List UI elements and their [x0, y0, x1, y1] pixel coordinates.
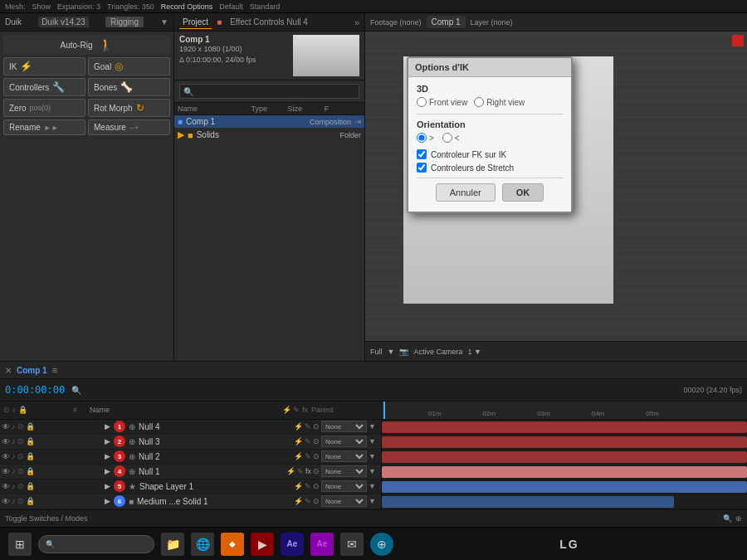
parent-select-4[interactable]: None: [321, 465, 367, 477]
cancel-button[interactable]: Annuler: [436, 183, 496, 202]
media-icon[interactable]: ▶: [251, 533, 274, 556]
eye-icon-2[interactable]: 👁: [2, 437, 10, 446]
fk-checkbox[interactable]: [417, 149, 427, 159]
layer-name-1[interactable]: Null 4: [139, 422, 292, 431]
lock-icon-6[interactable]: 🔒: [26, 497, 35, 505]
search-timeline-icon[interactable]: 🔍: [71, 386, 81, 395]
file-explorer-icon[interactable]: 📁: [161, 533, 184, 556]
right-view-label[interactable]: Right view: [474, 97, 525, 107]
audio-icon-6[interactable]: ♪: [12, 497, 16, 505]
taskbar-search[interactable]: 🔍: [38, 535, 154, 553]
parent-chevron-4[interactable]: ▼: [369, 467, 376, 475]
track-bar-5[interactable]: [382, 481, 747, 493]
parent-select-3[interactable]: None: [321, 450, 367, 462]
close-icon[interactable]: ✕: [5, 366, 12, 375]
footage-tab[interactable]: Footage (none): [370, 18, 422, 27]
menu-icon[interactable]: ≡: [52, 365, 57, 375]
orange-icon[interactable]: ◆: [221, 533, 244, 556]
layer-name-4[interactable]: Null 1: [139, 467, 285, 476]
record-label[interactable]: Record Options: [161, 2, 213, 11]
eye-icon-1[interactable]: 👁: [2, 422, 10, 431]
ori-left-label[interactable]: <: [442, 133, 460, 143]
bones-button[interactable]: Bones 🦴: [88, 78, 170, 96]
track-bar-1[interactable]: [382, 421, 747, 433]
eye-icon-5[interactable]: 👁: [2, 482, 10, 491]
solo-icon-1[interactable]: ⊙: [17, 422, 24, 431]
lock-icon-4[interactable]: 🔒: [26, 467, 35, 475]
track-bar-4[interactable]: [382, 466, 747, 478]
rot-morph-button[interactable]: Rot Morph ↻: [88, 99, 170, 117]
audio-icon-4[interactable]: ♪: [12, 467, 16, 475]
right-view-radio[interactable]: [474, 97, 484, 107]
ori-right-radio[interactable]: [417, 133, 427, 143]
track-bar-3[interactable]: [382, 451, 747, 463]
timeline-playhead[interactable]: [383, 402, 385, 419]
ori-left-radio[interactable]: [442, 133, 452, 143]
audio-icon-5[interactable]: ♪: [12, 482, 16, 490]
parent-select-2[interactable]: None: [321, 436, 367, 447]
layer-name-2[interactable]: Null 3: [139, 437, 292, 446]
parent-select-6[interactable]: None: [321, 495, 367, 507]
zoom-out-icon[interactable]: 🔍: [723, 514, 732, 523]
audio-icon-2[interactable]: ♪: [12, 437, 16, 446]
rot-morph-icon: ↻: [136, 102, 144, 114]
layer-tab[interactable]: Layer (none): [471, 18, 513, 27]
browser-icon[interactable]: 🌐: [191, 533, 214, 556]
eye-icon-4[interactable]: 👁: [2, 467, 10, 476]
lock-icon-1[interactable]: 🔒: [26, 422, 35, 431]
mail-icon[interactable]: ✉: [340, 533, 364, 556]
ae-icon[interactable]: Ae: [281, 533, 304, 556]
ik-button[interactable]: IK ⚡: [3, 57, 85, 75]
toggle-switches-label[interactable]: Toggle Switches / Modes: [5, 514, 88, 523]
solo-icon-3[interactable]: ⊙: [17, 452, 24, 460]
audio-icon-1[interactable]: ♪: [12, 422, 16, 431]
front-view-radio[interactable]: [417, 97, 427, 107]
lock-icon-2[interactable]: 🔒: [26, 437, 35, 446]
eye-icon-3[interactable]: 👁: [2, 452, 10, 461]
parent-chevron-3[interactable]: ▼: [369, 452, 376, 460]
zero-button[interactable]: Zero pos(0): [3, 99, 85, 117]
chevron-down-icon[interactable]: ▼: [160, 17, 168, 27]
comp-tab[interactable]: Comp 1: [427, 16, 466, 28]
zoom-label[interactable]: 1 ▼: [467, 348, 481, 356]
parent-chevron-1[interactable]: ▼: [369, 422, 376, 431]
rename-button[interactable]: Rename ►►: [3, 119, 85, 135]
parent-chevron-5[interactable]: ▼: [369, 482, 376, 490]
start-button[interactable]: ⊞: [8, 533, 32, 556]
parent-chevron-6[interactable]: ▼: [369, 497, 376, 505]
measure-button[interactable]: Measure --+: [88, 119, 170, 135]
project-item-comp1[interactable]: ■ Comp 1 Composition ⇥: [174, 115, 364, 128]
solo-icon-2[interactable]: ⊙: [17, 437, 24, 446]
zoom-in-icon[interactable]: ⊕: [735, 514, 742, 523]
layer-name-3[interactable]: Null 2: [139, 452, 292, 461]
ae2-icon[interactable]: Ae: [310, 533, 334, 556]
solo-icon-4[interactable]: ⊙: [17, 467, 24, 475]
parent-select-5[interactable]: None: [321, 480, 367, 492]
edit-icon-4: ✎: [297, 467, 304, 475]
search-input[interactable]: [193, 84, 355, 99]
parent-chevron-2[interactable]: ▼: [369, 437, 376, 446]
ori-right-label[interactable]: >: [417, 133, 434, 143]
ok-button[interactable]: OK: [502, 183, 544, 202]
solo-icon-6[interactable]: ⊙: [17, 497, 24, 505]
audio-icon-3[interactable]: ♪: [12, 452, 16, 460]
layer-name-6[interactable]: Medium ...e Solid 1: [137, 497, 292, 506]
controllers-button[interactable]: Controllers 🔧: [3, 78, 85, 96]
eye-icon-6[interactable]: 👁: [2, 497, 10, 506]
layer-name-5[interactable]: Shape Layer 1: [139, 482, 292, 491]
parent-link-icon-1: ⊙: [313, 422, 320, 431]
goal-button[interactable]: Goal ◎: [88, 57, 170, 75]
parent-select-1[interactable]: None: [321, 421, 367, 432]
circle-icon[interactable]: ⊕: [370, 533, 393, 556]
stretch-checkbox[interactable]: [417, 163, 427, 173]
lock-icon-5[interactable]: 🔒: [26, 482, 35, 490]
solo-icon-5[interactable]: ⊙: [17, 482, 24, 490]
track-bar-2[interactable]: [382, 436, 747, 448]
lock-icon-3[interactable]: 🔒: [26, 452, 35, 460]
project-item-solids[interactable]: ▶ ■ Solids Folder: [174, 128, 364, 142]
front-view-label[interactable]: Front view: [417, 97, 467, 107]
project-tab[interactable]: Project: [179, 16, 212, 29]
rigging-button[interactable]: Rigging: [105, 17, 144, 27]
track-bar-6[interactable]: [382, 496, 674, 508]
effect-tab[interactable]: Effect Controls Null 4: [227, 16, 311, 28]
